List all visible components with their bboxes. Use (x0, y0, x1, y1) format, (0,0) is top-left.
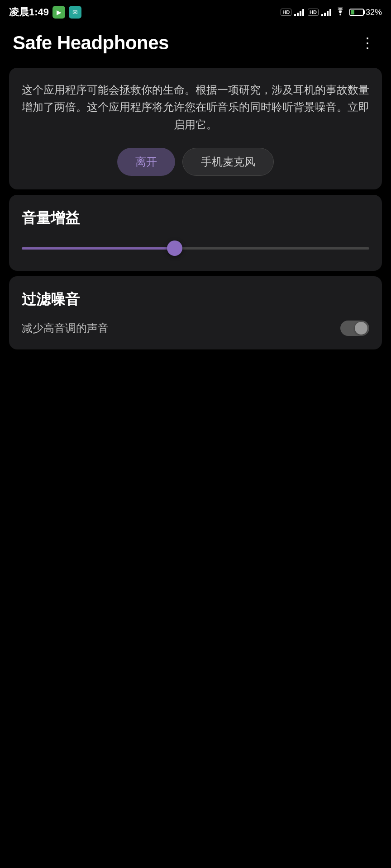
volume-title: 音量增益 (22, 208, 369, 228)
signal-group-2: HD (308, 8, 331, 16)
bar (324, 13, 326, 16)
battery-percent: 32% (366, 8, 382, 17)
volume-slider-container[interactable] (22, 239, 369, 257)
status-left: 凌晨1:49 ▶ ✉ (9, 5, 81, 19)
signal-group-1: HD (281, 8, 304, 16)
bar (300, 11, 301, 16)
bar (329, 9, 331, 16)
battery-icon (349, 9, 364, 16)
bar (294, 14, 296, 16)
info-text: 这个应用程序可能会拯救你的生命。根据一项研究，涉及耳机的事故数量增加了两倍。这个… (22, 81, 369, 133)
toggle-knob (355, 322, 367, 335)
bar (321, 14, 323, 16)
off-button[interactable]: 离开 (117, 148, 175, 176)
bar (297, 13, 299, 16)
noise-filter-toggle[interactable] (340, 321, 369, 336)
battery-fill (351, 10, 354, 14)
status-right: HD HD (281, 7, 382, 18)
volume-card: 音量增益 (9, 195, 382, 271)
wifi-icon (335, 7, 346, 18)
hd-badge-2: HD (308, 9, 319, 16)
bar (302, 9, 304, 16)
more-menu-button[interactable]: ⋮ (357, 31, 378, 55)
notification-icon-2: ✉ (69, 6, 81, 19)
hd-badge-1: HD (281, 9, 291, 16)
filter-card: 过滤噪音 减少高音调的声音 (9, 276, 382, 349)
bar (327, 11, 329, 16)
battery-container: 32% (349, 8, 382, 17)
status-time: 凌晨1:49 (9, 5, 49, 19)
mic-button[interactable]: 手机麦克风 (182, 148, 274, 176)
app-header: Safe Headphones ⋮ (0, 24, 391, 62)
status-bar: 凌晨1:49 ▶ ✉ HD HD (0, 0, 391, 24)
signal-bars-2 (321, 8, 331, 16)
button-group: 离开 手机麦克风 (22, 148, 369, 176)
filter-label: 减少高音调的声音 (22, 321, 109, 335)
filter-title: 过滤噪音 (22, 290, 369, 310)
filter-row: 减少高音调的声音 (22, 321, 369, 336)
info-card: 这个应用程序可能会拯救你的生命。根据一项研究，涉及耳机的事故数量增加了两倍。这个… (9, 68, 382, 189)
signal-bars-1 (294, 8, 304, 16)
slider-thumb[interactable] (167, 241, 182, 256)
slider-track (22, 247, 369, 250)
app-title: Safe Headphones (13, 32, 169, 54)
slider-fill (22, 247, 175, 250)
notification-icon-1: ▶ (52, 6, 65, 19)
